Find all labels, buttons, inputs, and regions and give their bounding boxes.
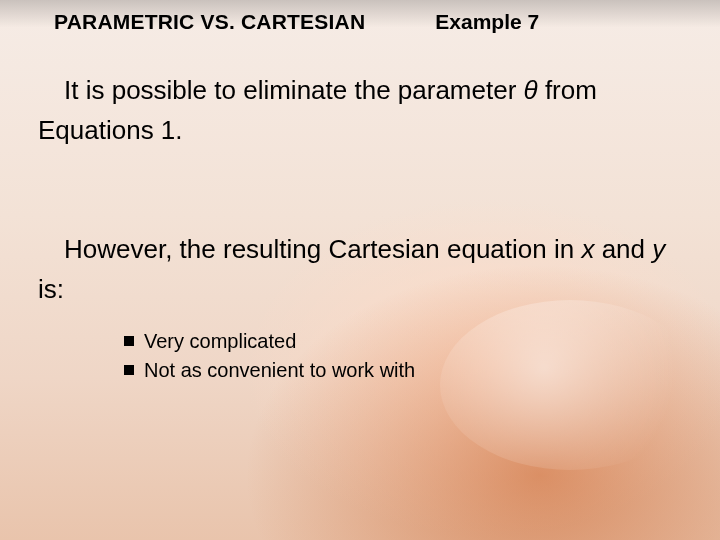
p2-x: x	[581, 234, 594, 264]
p2-post: is:	[38, 274, 64, 304]
bullet-list: Very complicated Not as convenient to wo…	[38, 327, 682, 385]
list-item: Not as convenient to work with	[124, 356, 682, 385]
p2-pre: However, the resulting Cartesian equatio…	[64, 234, 581, 264]
bullet-icon	[124, 336, 134, 346]
p1-pre: It is possible to eliminate the paramete…	[64, 75, 524, 105]
list-item: Very complicated	[124, 327, 682, 356]
p2-mid: and	[594, 234, 652, 264]
paragraph-2: However, the resulting Cartesian equatio…	[38, 229, 682, 310]
slide-topic: PARAMETRIC VS. CARTESIAN	[54, 10, 365, 34]
slide-example-label: Example 7	[435, 10, 539, 34]
slide-body: It is possible to eliminate the paramete…	[38, 70, 682, 385]
slide: PARAMETRIC VS. CARTESIAN Example 7 It is…	[0, 0, 720, 540]
p2-y: y	[652, 234, 665, 264]
bullet-text: Not as convenient to work with	[144, 356, 415, 385]
p1-theta: θ	[524, 75, 538, 105]
bullet-text: Very complicated	[144, 327, 296, 356]
bullet-icon	[124, 365, 134, 375]
paragraph-1: It is possible to eliminate the paramete…	[38, 70, 682, 151]
header-bar: PARAMETRIC VS. CARTESIAN Example 7	[0, 0, 539, 44]
